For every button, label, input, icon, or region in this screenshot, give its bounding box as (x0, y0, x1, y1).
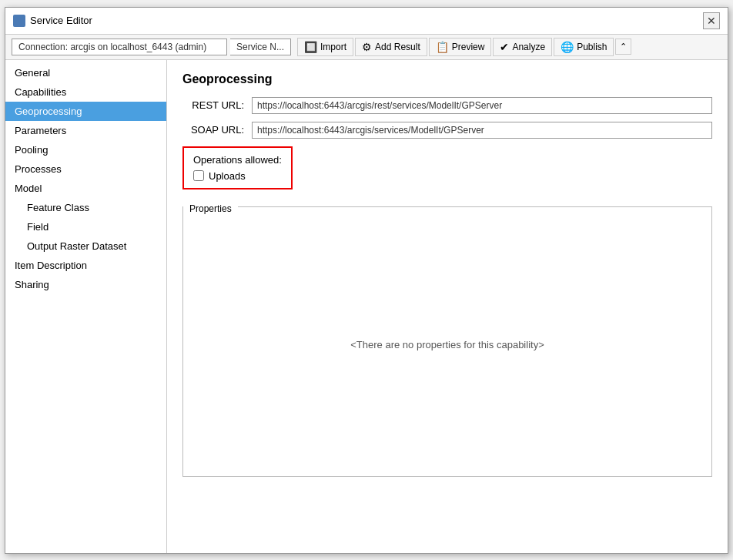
preview-label: Preview (452, 42, 485, 52)
title-bar-left: Service Editor (13, 15, 92, 27)
rest-url-row: REST URL: (182, 97, 712, 114)
sidebar-item-general[interactable]: General (5, 63, 166, 82)
analyze-button[interactable]: ✔ Analyze (493, 38, 552, 56)
properties-content: <There are no properties for this capabi… (183, 214, 711, 476)
window-title: Service Editor (30, 15, 92, 26)
rest-url-label: REST URL: (182, 99, 252, 111)
publish-icon: 🌐 (561, 41, 574, 53)
service-editor-window: Service Editor ✕ Connection: arcgis on l… (5, 7, 728, 554)
sidebar-item-feature-class[interactable]: Feature Class (5, 198, 166, 217)
sidebar-item-capabilities[interactable]: Capabilities (5, 82, 166, 102)
operations-allowed-box: Operations allowed: Uploads (182, 146, 293, 189)
uploads-row: Uploads (193, 170, 282, 182)
sidebar-item-pooling[interactable]: Pooling (5, 140, 166, 159)
close-button[interactable]: ✕ (703, 12, 720, 29)
service-name-display: Service N... (230, 39, 291, 55)
title-bar: Service Editor ✕ (5, 8, 728, 35)
sidebar-item-field[interactable]: Field (5, 217, 166, 236)
expand-button[interactable]: ⌃ (615, 39, 631, 55)
sidebar-item-output-raster[interactable]: Output Raster Dataset (5, 236, 166, 256)
sidebar: GeneralCapabilitiesGeoprocessingParamete… (5, 60, 167, 553)
app-icon (13, 15, 25, 27)
preview-button[interactable]: 📋 Preview (429, 38, 492, 56)
import-button[interactable]: 🔲 Import (297, 38, 353, 56)
sidebar-item-parameters[interactable]: Parameters (5, 121, 166, 140)
import-label: Import (320, 42, 346, 52)
sidebar-item-item-description[interactable]: Item Description (5, 256, 166, 275)
main-panel: Geoprocessing REST URL: SOAP URL: Operat… (167, 60, 728, 553)
sidebar-item-processes[interactable]: Processes (5, 159, 166, 179)
properties-empty-text: <There are no properties for this capabi… (350, 339, 544, 350)
properties-group: Properties <There are no properties for … (182, 200, 712, 477)
uploads-label: Uploads (209, 170, 246, 182)
sidebar-item-sharing[interactable]: Sharing (5, 275, 166, 294)
publish-label: Publish (577, 42, 607, 52)
add-result-label: Add Result (375, 42, 420, 52)
import-icon: 🔲 (304, 41, 317, 53)
soap-url-label: SOAP URL: (182, 124, 252, 136)
properties-legend: Properties (183, 200, 238, 214)
panel-title: Geoprocessing (182, 72, 712, 86)
operations-label: Operations allowed: (193, 154, 282, 166)
sidebar-item-model[interactable]: Model (5, 179, 166, 198)
preview-icon: 📋 (436, 41, 449, 53)
analyze-icon: ✔ (500, 41, 509, 53)
analyze-label: Analyze (512, 42, 545, 52)
soap-url-input[interactable] (252, 122, 712, 139)
connection-display: Connection: arcgis on localhost_6443 (ad… (12, 39, 227, 55)
soap-url-row: SOAP URL: (182, 122, 712, 139)
rest-url-input[interactable] (252, 97, 712, 114)
publish-button[interactable]: 🌐 Publish (554, 38, 614, 56)
toolbar: Connection: arcgis on localhost_6443 (ad… (5, 35, 728, 60)
add-result-icon: ⚙ (362, 41, 372, 53)
sidebar-item-geoprocessing[interactable]: Geoprocessing (5, 102, 166, 121)
add-result-button[interactable]: ⚙ Add Result (355, 38, 427, 56)
uploads-checkbox[interactable] (193, 170, 204, 181)
content-area: GeneralCapabilitiesGeoprocessingParamete… (5, 60, 728, 553)
